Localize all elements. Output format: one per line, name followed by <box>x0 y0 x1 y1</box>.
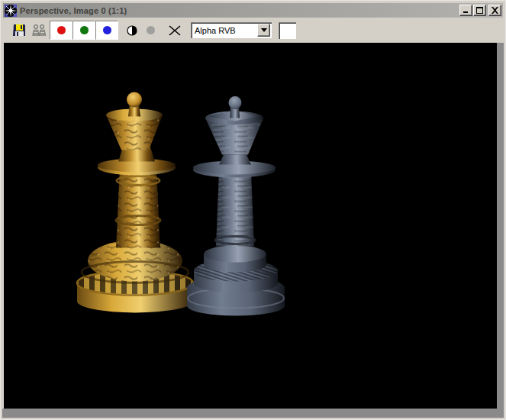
green-dot-icon <box>80 26 89 34</box>
clone-figures-icon <box>31 24 47 37</box>
gray-dot-icon <box>147 26 155 34</box>
maximize-icon <box>476 7 483 14</box>
minimize-icon <box>462 7 469 14</box>
red-dot-icon <box>57 26 66 34</box>
save-bitmap-button[interactable] <box>10 21 28 40</box>
rendered-image <box>4 43 499 411</box>
slate-chess-piece <box>187 96 285 316</box>
titlebar[interactable]: Perspective, Image 0 (1:1) <box>3 3 503 18</box>
clone-window-button[interactable] <box>30 21 48 40</box>
chevron-down-icon <box>261 28 267 32</box>
window-frame-right[interactable] <box>497 43 504 418</box>
maximize-button[interactable] <box>473 5 486 16</box>
gold-chess-piece <box>77 92 193 313</box>
dropdown-arrow-button[interactable] <box>257 24 270 37</box>
close-button[interactable] <box>488 5 501 16</box>
color-swatch[interactable] <box>279 22 296 39</box>
red-channel-button[interactable] <box>50 21 73 40</box>
half-circle-icon <box>127 25 137 36</box>
blue-channel-button[interactable] <box>95 21 118 40</box>
clear-button[interactable] <box>166 21 184 40</box>
blue-dot-icon <box>103 26 111 34</box>
render-window: Perspective, Image 0 (1:1) <box>0 0 506 420</box>
monochrome-button[interactable] <box>141 21 160 40</box>
window-title: Perspective, Image 0 (1:1) <box>20 6 459 15</box>
starburst-render-icon <box>5 5 17 17</box>
floppy-disk-icon <box>13 24 26 37</box>
green-channel-button[interactable] <box>73 21 95 40</box>
close-icon <box>491 7 498 14</box>
minimize-button[interactable] <box>459 5 472 16</box>
channel-display-value: Alpha RVB <box>191 26 257 35</box>
toolbar: Alpha RVB <box>3 18 503 43</box>
channel-display-dropdown[interactable]: Alpha RVB <box>191 22 272 38</box>
render-viewport[interactable] <box>4 43 499 411</box>
alpha-channel-button[interactable] <box>123 21 141 40</box>
window-frame-bottom[interactable] <box>2 409 504 418</box>
x-icon <box>169 25 181 36</box>
